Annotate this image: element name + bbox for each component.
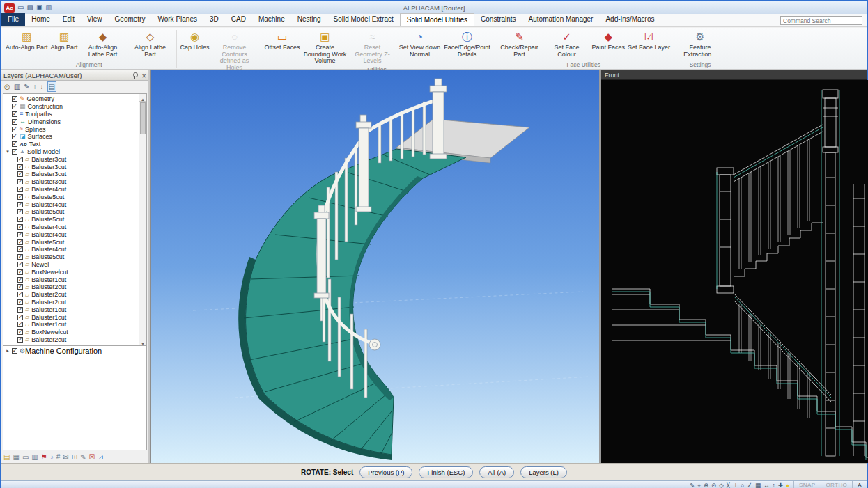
solid-model-layer-row[interactable]: Baluster1cut (5, 276, 138, 283)
move-down-icon[interactable]: ↓ (40, 82, 44, 91)
machine-configuration-row[interactable]: Machine Configuration (3, 346, 146, 356)
tab-automation-manager[interactable]: Automation Manager (522, 13, 600, 26)
ribbon-button[interactable]: Align Lathe Part (127, 29, 174, 58)
titlebar[interactable]: Ac ▭▤▣▥ ALPHACAM [Router] (1, 1, 867, 14)
hatch-icon[interactable]: # (56, 452, 61, 462)
layer-checkbox[interactable] (12, 127, 17, 132)
scroll-down-arrow[interactable] (139, 338, 146, 345)
front-viewport[interactable]: Front (601, 70, 867, 463)
command-search-input[interactable] (780, 16, 862, 25)
layer-checkbox[interactable] (17, 307, 23, 313)
layers-panel-titlebar[interactable]: Layers (ALPHACAM/User) (1, 70, 148, 81)
layer-checkbox[interactable] (17, 277, 23, 283)
ribbon-button[interactable]: Auto-Align Part (4, 29, 49, 52)
previous-button[interactable]: Previous (P) (359, 466, 412, 478)
solid-model-layer-row[interactable]: Baluste5cut (5, 253, 138, 261)
main-viewport[interactable] (151, 70, 599, 463)
layer-row[interactable]: Geometry (5, 95, 138, 103)
solid-model-layer-row[interactable]: Baluster2cut (5, 336, 138, 344)
tab-file[interactable]: File (1, 13, 25, 26)
solid-model-layer-row[interactable]: Baluster4cut (5, 223, 138, 231)
flag-icon[interactable]: ⚑ (41, 452, 47, 462)
app-logo-icon[interactable]: Ac (4, 3, 15, 13)
ribbon-button[interactable]: Check/Repair Part (495, 29, 543, 58)
tab-solid-model-utilities[interactable]: Solid Model Utilities (400, 13, 474, 26)
pin-icon[interactable] (132, 72, 139, 79)
tab-constraints[interactable]: Constraints (474, 13, 522, 26)
layer-row[interactable]: Dimensions (5, 118, 138, 125)
solid-model-layer-row[interactable]: Baluster3cut (5, 178, 138, 186)
solid-model-layer-row[interactable]: Baluster4cut (5, 186, 138, 194)
close-icon[interactable] (141, 71, 146, 79)
layer-checkbox[interactable] (17, 194, 23, 200)
open-icon[interactable]: ▤ (26, 3, 33, 13)
ribbon-button[interactable]: Remove Contours defined as Holes (211, 29, 258, 72)
axis-icon[interactable]: ⊿ (98, 452, 103, 462)
save-icon[interactable]: ▣ (36, 3, 42, 13)
solid-model-layer-row[interactable]: Newel (5, 261, 138, 269)
ribbon-button[interactable]: Auto-Align Lathe Part (79, 29, 127, 58)
lamp-icon[interactable]: ● (786, 482, 789, 488)
layer-checkbox[interactable] (17, 209, 23, 214)
layer-row[interactable]: Toolpaths (5, 111, 138, 118)
ribbon-button[interactable]: Paint Faces (590, 29, 626, 52)
solid-model-layer-row[interactable]: Baluster3cut (5, 155, 138, 163)
layer-checkbox[interactable] (17, 164, 23, 170)
solid-model-layer-row[interactable]: Baluster1cut (5, 321, 138, 329)
snap-intersection-icon[interactable]: ╳ (727, 482, 730, 488)
layer-checkbox[interactable] (17, 299, 23, 305)
tab-cad[interactable]: CAD (225, 13, 252, 26)
find-layer-icon[interactable]: ◎ (4, 82, 10, 91)
snap-toggle[interactable]: SNAP (793, 481, 820, 488)
ribbon-button[interactable]: Set Face Layer (626, 29, 672, 52)
layer-checkbox[interactable] (17, 284, 23, 290)
tab-machine[interactable]: Machine (252, 13, 291, 26)
snap-perpendicular-icon[interactable]: ⊥ (733, 482, 738, 488)
auto-toggle[interactable]: A (852, 481, 867, 488)
solid-model-layer-row[interactable]: Baluste5cut (5, 238, 138, 246)
snap-endpoint-icon[interactable]: ⌖ (697, 482, 701, 488)
mail-icon[interactable]: ✉ (63, 452, 68, 462)
layer-checkbox[interactable] (12, 141, 17, 147)
page-icon[interactable]: ▭ (22, 452, 29, 462)
collapse-icon[interactable] (5, 149, 10, 155)
layer-row-solid-model[interactable]: Solid Model (5, 148, 138, 156)
ribbon-button[interactable]: Create Bounding Work Volume (301, 29, 348, 65)
z-levels-icon[interactable]: ▤ (47, 81, 56, 92)
ribbon-button[interactable]: Cap Holes (179, 29, 211, 52)
layer-checkbox[interactable] (17, 232, 23, 237)
ribbon-button[interactable]: Reset Geometry Z-Levels (348, 29, 396, 65)
layer-checkbox[interactable] (17, 171, 23, 177)
layer-checkbox[interactable] (17, 337, 23, 343)
ribbon-button[interactable]: Feature Extraction... (676, 29, 724, 58)
layer-checkbox[interactable] (17, 315, 23, 320)
tree-scrollbar[interactable] (139, 94, 146, 345)
solid-model-layer-row[interactable]: Baluster2cut (5, 283, 138, 291)
delete-icon[interactable]: ☒ (89, 452, 95, 462)
solid-model-layer-row[interactable]: Baluster2cut (5, 299, 138, 306)
layer-checkbox[interactable] (12, 104, 17, 109)
layer-checkbox[interactable] (12, 134, 17, 139)
print-icon[interactable]: ▥ (45, 3, 52, 13)
layer-checkbox[interactable] (17, 179, 23, 184)
solid-model-layer-row[interactable]: Baluster1cut (5, 306, 138, 313)
layer-checkbox[interactable] (17, 329, 23, 335)
solid-model-layer-row[interactable]: Baluster1cut (5, 313, 138, 321)
solid-model-layer-row[interactable]: Baluster3cut (5, 163, 138, 171)
layers-button[interactable]: Layers (L) (520, 466, 567, 478)
solid-model-layer-row[interactable]: Baluste5cut (5, 208, 138, 216)
layer-checkbox[interactable] (17, 322, 23, 327)
solid-model-layer-row[interactable]: Baluster4cut (5, 246, 138, 253)
draw-icon[interactable]: ✎ (690, 482, 695, 488)
layer-checkbox[interactable] (17, 246, 23, 252)
solid-model-layer-row[interactable]: BoxNewelcut (5, 268, 138, 276)
layer-checkbox[interactable] (12, 119, 17, 125)
layer-checkbox[interactable] (17, 224, 23, 230)
new-layer-icon[interactable]: ▥ (14, 82, 20, 91)
snap-center-icon[interactable]: ⊙ (711, 482, 716, 488)
ribbon-button[interactable]: Set Face Colour (543, 29, 590, 58)
solid-model-layer-row[interactable]: Baluste5cut (5, 193, 138, 200)
grid-icon[interactable]: ▦ (13, 452, 19, 462)
measure-icon[interactable]: ✚ (778, 482, 783, 488)
layer-checkbox[interactable] (12, 348, 17, 354)
